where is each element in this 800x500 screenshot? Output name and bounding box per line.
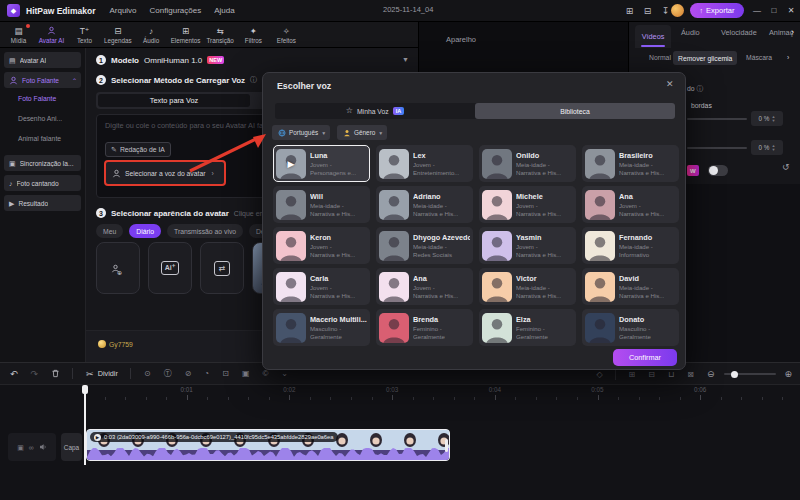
swap-avatar-card[interactable]: ⇄ xyxy=(200,242,244,294)
tab-animation[interactable]: Animaç xyxy=(769,28,793,37)
track-lock-icon[interactable]: ▣ xyxy=(17,444,24,451)
voice-card-brasileiro[interactable]: BrasileiroMeia-idade -Narrativa e His... xyxy=(582,145,679,182)
model-row[interactable]: 1 Modelo OmniHuman 1.0 NEW xyxy=(96,55,224,65)
tab-audio-props[interactable]: Áudio xyxy=(681,28,700,37)
voice-card-carla[interactable]: CarlaJovem -Narrativa e His... xyxy=(273,268,370,305)
voice-card-victor[interactable]: VictorMeia-idade -Narrativa e His... xyxy=(479,268,576,305)
menu-configuracoes[interactable]: Configurações xyxy=(150,6,202,15)
zoom-out-icon[interactable]: ⊖ xyxy=(707,369,715,379)
subtab-mask[interactable]: Máscara xyxy=(746,54,772,61)
ribbon-item-elementos[interactable]: ⊞Elementos xyxy=(168,22,204,47)
playhead-handle[interactable] xyxy=(82,385,88,394)
subtab-remove-bg[interactable]: Remover glicemia xyxy=(673,51,737,65)
play-icon[interactable]: ▶ xyxy=(276,149,306,179)
panel-icon[interactable]: ⊟ xyxy=(648,370,655,379)
redo-icon[interactable]: ↷ xyxy=(31,369,39,379)
ribbon-item-efeitos[interactable]: ✧Efeitos xyxy=(270,22,303,47)
sidebar-item-foto-cantando[interactable]: ♪Foto cantando xyxy=(4,175,81,191)
select-avatar-voice-button[interactable]: Selecionar a voz do avatar › xyxy=(104,160,226,186)
stepper-arrows-icon[interactable]: ▲▼ xyxy=(771,115,775,123)
ribbon-item-filtros[interactable]: ✦Filtros xyxy=(237,22,270,47)
sticker-icon[interactable]: ▣ xyxy=(242,368,250,379)
export-button[interactable]: ↑ Exportar xyxy=(690,3,744,18)
voice-card-fernando[interactable]: FernandoMeia-idade -Informativo xyxy=(582,227,679,264)
fit-timeline-icon[interactable]: ⊠ xyxy=(687,370,694,379)
keyframe-icon[interactable]: ◇ xyxy=(596,370,602,379)
layout-icon[interactable]: ⊞ xyxy=(622,3,637,18)
undo-icon[interactable]: ↶ xyxy=(10,369,18,379)
confirm-button[interactable]: Confirmar xyxy=(613,349,677,366)
playhead[interactable] xyxy=(84,385,86,465)
menu-ajuda[interactable]: Ajuda xyxy=(214,6,234,15)
timeline-ruler[interactable]: 0:010:020:030:040:050:06 xyxy=(0,385,800,401)
tab-my-voice[interactable]: ☆ Minha Voz IA xyxy=(275,103,475,119)
sidebar-item-foto-falante[interactable]: Foto Falante⌃ xyxy=(4,72,81,88)
cover-button[interactable]: Capa xyxy=(61,433,82,461)
timeline-zoom-slider[interactable] xyxy=(724,373,776,375)
ribbon-item-mdia[interactable]: ▤Mídia xyxy=(2,22,35,47)
video-clip[interactable]: ▶ 0:03 (2da03009-a990-466b-956a-0dcbc69e… xyxy=(86,429,450,461)
ai-avatar-card[interactable]: Ai⁺ xyxy=(148,242,192,294)
second-slider[interactable] xyxy=(687,147,747,149)
sidebar-item-resultado[interactable]: ▶Resultado xyxy=(4,195,81,211)
sidebar-item-sincroniza-o-la[interactable]: ▣Sincronização la... xyxy=(4,155,81,171)
tab-library[interactable]: Biblioteca xyxy=(475,103,675,119)
close-button[interactable]: ✕ xyxy=(783,3,799,18)
split-icon[interactable]: ✂ xyxy=(86,369,94,379)
tabs-overflow-chevron-icon[interactable]: › xyxy=(791,27,794,37)
menu-arquivo[interactable]: Arquivo xyxy=(109,6,136,15)
ribbon-item-avatarai[interactable]: Avatar AI xyxy=(35,22,68,47)
record-icon[interactable]: ⊙ xyxy=(144,368,151,379)
voice-card-will[interactable]: WillMeia-idade -Narrativa e His... xyxy=(273,186,370,223)
ai-writing-button[interactable]: ✎ Redação de IA xyxy=(105,142,171,157)
tab-text-to-voice[interactable]: Texto para Voz xyxy=(98,94,250,107)
voice-card-elza[interactable]: ElzaFeminino -Geralmente xyxy=(479,309,576,346)
stepper-arrows-icon[interactable]: ▲▼ xyxy=(771,144,775,152)
voice-card-maceriomultili[interactable]: Macerio Multili...Masculino -Geralmente xyxy=(273,309,370,346)
appearance-tab-transmissoaovivo[interactable]: Transmissão ao vivo xyxy=(167,224,243,238)
voice-card-luna[interactable]: ▶LunaJovem -Personagens e... xyxy=(273,145,370,182)
clip-trim-handle[interactable] xyxy=(445,439,448,452)
sidebar-item-foto-falante[interactable]: Foto Falante xyxy=(18,95,56,102)
voice-card-donato[interactable]: DonatoMasculino -Geralmente xyxy=(582,309,679,346)
zoom-in-icon[interactable]: ⊕ xyxy=(784,369,792,379)
text-box-icon[interactable]: Ⓣ xyxy=(164,368,172,379)
voice-card-david[interactable]: DavidMeia-idade -Narrativa e His... xyxy=(582,268,679,305)
reset-icon[interactable]: ↺ xyxy=(782,162,790,172)
sidebar-item-desenho-ani[interactable]: Desenho Ani... xyxy=(18,115,62,122)
tray-icon[interactable]: ⊔ xyxy=(668,370,674,379)
subtab-normal[interactable]: Normal xyxy=(649,54,671,61)
voice-card-yasmin[interactable]: YasminJovem -Narrativa e His... xyxy=(479,227,576,264)
trash-icon[interactable] xyxy=(51,369,60,378)
credits-counter[interactable]: Gy7759 xyxy=(98,340,133,348)
track-link-icon[interactable]: ∞ xyxy=(29,444,34,451)
voice-card-adriano[interactable]: AdrianoMeia-idade -Narrativa e His... xyxy=(376,186,473,223)
ribbon-item-texto[interactable]: T⁺Texto xyxy=(68,22,101,47)
subtabs-overflow-chevron-icon[interactable]: › xyxy=(787,54,789,61)
model-dropdown-chevron-icon[interactable]: ▼ xyxy=(402,56,409,63)
second-value-stepper[interactable]: 0 %▲▼ xyxy=(751,140,783,155)
appearance-tab-dirio[interactable]: Diário xyxy=(129,224,161,238)
strike-icon[interactable]: ⊘ xyxy=(185,368,192,379)
voice-card-ana[interactable]: AnaJovem -Narrativa e His... xyxy=(582,186,679,223)
user-avatar[interactable] xyxy=(671,4,684,17)
dialog-close-icon[interactable]: ✕ xyxy=(666,79,674,89)
ribbon-item-transio[interactable]: ⇆Transição xyxy=(203,22,236,47)
ribbon-item-legendas[interactable]: ⊟Legendas xyxy=(101,22,135,47)
zoom-slider-knob[interactable] xyxy=(731,371,738,378)
track-mute-icon[interactable] xyxy=(39,443,47,451)
voice-card-onildo[interactable]: OnildoMeia-idade -Narrativa e His... xyxy=(479,145,576,182)
tab-speed[interactable]: Velocidade xyxy=(721,28,757,37)
minimize-button[interactable]: — xyxy=(749,3,765,18)
voice-card-dhyogoazevedo[interactable]: Dhyogo AzevedoMeia-idade -Redes Sociais xyxy=(376,227,473,264)
gender-filter[interactable]: Gênero ▼ xyxy=(337,125,387,140)
gauge-icon[interactable]: ◔ xyxy=(204,368,209,379)
sidebar-item-animal-falante[interactable]: Animal falante xyxy=(18,135,61,142)
upload-avatar-card[interactable]: ⊕ xyxy=(96,242,140,294)
voice-card-michele[interactable]: MicheleJovem -Narrativa e His... xyxy=(479,186,576,223)
voice-card-lex[interactable]: LexJovem -Entretenimento... xyxy=(376,145,473,182)
appearance-tab-meu[interactable]: Meu xyxy=(96,224,123,238)
edge-value-stepper[interactable]: 0 %▲▼ xyxy=(751,111,783,126)
info-icon[interactable]: ⓘ xyxy=(250,75,257,85)
voice-card-keron[interactable]: KeronJovem -Narrativa e His... xyxy=(273,227,370,264)
